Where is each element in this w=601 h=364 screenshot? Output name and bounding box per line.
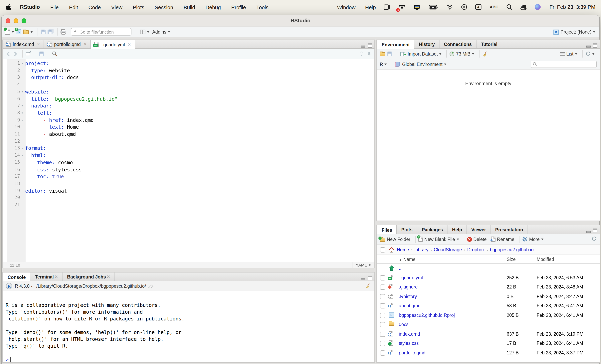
menu-session[interactable]: Session <box>155 4 173 10</box>
console-tab-console[interactable]: Console <box>3 273 30 282</box>
environment-tab-tutorial[interactable]: Tutorial <box>477 40 502 48</box>
file-checkbox[interactable] <box>380 350 385 355</box>
breadcrumb-bgpopescu2-github-io[interactable]: bgpopescu2.github.io <box>490 247 534 252</box>
print-button[interactable] <box>60 29 66 35</box>
files-tab-plots[interactable]: Plots <box>397 225 417 234</box>
save-all-button[interactable] <box>48 29 52 34</box>
breadcrumb-dropbox[interactable]: Dropbox <box>467 247 484 252</box>
close-tab-icon[interactable]: ✕ <box>107 274 110 279</box>
file-checkbox[interactable] <box>380 303 385 308</box>
environment-tab-connections[interactable]: Connections <box>440 40 477 48</box>
minimize-pane-icon[interactable] <box>361 42 365 49</box>
rename-file-button[interactable]: ➜Rename <box>491 237 514 242</box>
breadcrumb-library[interactable]: Library <box>414 247 428 252</box>
workspace-panes-button[interactable] <box>140 29 150 34</box>
files-tab-help[interactable]: Help <box>448 225 467 234</box>
file-checkbox[interactable] <box>380 275 385 280</box>
breadcrumb-home[interactable]: Home <box>397 247 409 252</box>
menu-edit[interactable]: Edit <box>69 4 78 10</box>
file-link-index-qmd[interactable]: index.qmd <box>399 329 420 339</box>
environment-tab-environment[interactable]: Environment <box>377 40 415 49</box>
goto-directory-icon[interactable] <box>149 284 154 288</box>
files-tab-files[interactable]: Files <box>377 225 397 234</box>
files-tab-viewer[interactable]: Viewer <box>467 225 491 234</box>
list-view-button[interactable]: List <box>560 51 577 56</box>
prev-section-arrow[interactable]: ⇧ <box>359 51 364 57</box>
clear-environment-icon[interactable] <box>482 51 488 57</box>
environment-search-input[interactable] <box>531 61 597 68</box>
file-link--quarto-yml[interactable]: _quarto.yml <box>399 273 423 283</box>
close-tab-icon[interactable]: ✕ <box>37 42 40 46</box>
env-save-icon[interactable] <box>387 51 392 56</box>
editor-tab-portfolio-qmd[interactable]: portfolio.qmd✕ <box>44 40 91 48</box>
menu-rstudio[interactable]: RStudio <box>20 4 40 10</box>
open-file-button[interactable] <box>23 29 33 34</box>
menu-debug[interactable]: Debug <box>206 4 221 10</box>
battery-icon[interactable] <box>429 4 439 10</box>
editor-save-button[interactable] <box>39 51 44 56</box>
close-tab-icon[interactable]: ✕ <box>55 274 58 279</box>
files-tab-presentation[interactable]: Presentation <box>491 225 528 234</box>
file-link-about-qmd[interactable]: about.qmd <box>399 301 421 311</box>
control-center-icon[interactable] <box>520 4 527 10</box>
menu-build[interactable]: Build <box>184 4 195 10</box>
file-checkbox[interactable] <box>380 294 385 299</box>
fold-arrow-icon[interactable]: ▾ <box>21 145 23 152</box>
console-tab-terminal[interactable]: Terminal✕ <box>30 273 63 281</box>
fold-arrow-icon[interactable]: ▾ <box>21 116 23 123</box>
import-dataset-button[interactable]: Import Dataset <box>400 51 442 56</box>
display-icon[interactable] <box>414 4 421 10</box>
next-section-arrow[interactable]: ⇩ <box>367 51 371 57</box>
language-mode-selector[interactable]: YAML▲▼ <box>352 262 374 268</box>
column-modified[interactable]: Modified <box>537 255 554 264</box>
maximize-pane-icon[interactable] <box>593 227 597 234</box>
refresh-environment-button[interactable] <box>585 51 595 56</box>
close-tab-icon[interactable]: ✕ <box>83 42 87 46</box>
menu-file[interactable]: File <box>50 4 59 10</box>
menu-code[interactable]: Code <box>88 4 101 10</box>
tidal-icon[interactable]: 1 <box>399 4 406 10</box>
menu-view[interactable]: View <box>111 4 122 10</box>
fold-arrow-icon[interactable]: ▾ <box>21 152 23 159</box>
addins-button[interactable]: Addins <box>151 29 170 34</box>
abc-label[interactable]: ABC <box>490 4 498 10</box>
clear-console-icon[interactable] <box>366 283 371 289</box>
fold-arrow-icon[interactable]: ▾ <box>21 88 23 95</box>
more-file-commands-button[interactable]: More <box>522 237 543 242</box>
file-link--gitignore[interactable]: .gitignore <box>399 283 418 292</box>
files-tab-packages[interactable]: Packages <box>417 225 448 234</box>
minimize-pane-icon[interactable] <box>586 42 591 49</box>
updir-link[interactable]: .. <box>399 264 401 273</box>
goto-file-input[interactable]: Go to file/function <box>71 28 131 36</box>
stage-manager-icon[interactable] <box>384 4 391 10</box>
global-environment-selector[interactable]: Global Environment <box>395 61 447 67</box>
new-project-button[interactable]: R+ <box>16 29 21 34</box>
menu-tools[interactable]: Tools <box>256 4 269 10</box>
editor-tab-index-qmd[interactable]: index.qmd✕ <box>3 40 44 48</box>
file-checkbox[interactable] <box>380 313 385 318</box>
file-checkbox[interactable] <box>380 322 385 327</box>
breadcrumb-cloudstorage[interactable]: CloudStorage <box>434 247 462 252</box>
find-replace-button[interactable] <box>52 51 57 56</box>
environment-tab-history[interactable]: History <box>415 40 440 48</box>
maximize-pane-icon[interactable] <box>368 274 372 282</box>
refresh-files-button[interactable] <box>591 236 597 242</box>
home-icon[interactable] <box>388 247 394 252</box>
menu-profile[interactable]: Profile <box>231 4 246 10</box>
file-link-bgpopescu2-github-io-rproj[interactable]: bgpopescu2.github.io.Rproj <box>399 311 455 320</box>
file-link-docs[interactable]: docs <box>399 320 409 329</box>
save-button[interactable] <box>41 29 46 34</box>
forward-button[interactable] <box>13 51 18 56</box>
file-checkbox[interactable] <box>380 332 385 337</box>
fold-arrow-icon[interactable]: ▾ <box>21 60 23 67</box>
new-folder-button[interactable]: +New Folder <box>380 237 411 242</box>
close-tab-icon[interactable]: ✕ <box>128 42 131 47</box>
new-blank-file-button[interactable]: +New Blank File <box>418 237 459 242</box>
code-editor[interactable]: 1▾project:2 type: website3 output-dir: d… <box>3 59 374 262</box>
memory-usage-button[interactable]: 73 MiB <box>450 51 474 56</box>
column-name[interactable]: ▲ Name <box>399 255 416 264</box>
wifi-icon[interactable] <box>447 4 453 10</box>
project-menu[interactable]: RProject: (None) <box>553 27 595 37</box>
minimize-pane-icon[interactable] <box>586 227 591 234</box>
minimize-pane-icon[interactable] <box>361 274 365 282</box>
